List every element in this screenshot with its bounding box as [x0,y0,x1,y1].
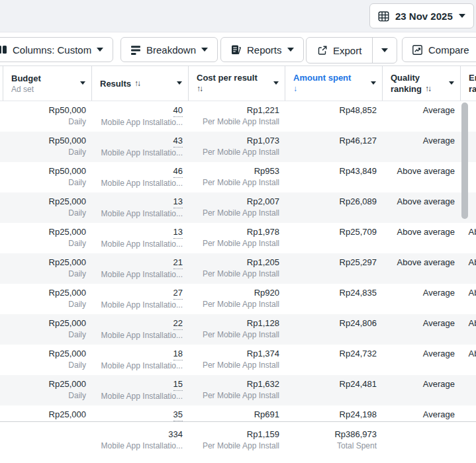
table-row[interactable]: Rp50,000 Daily 46 Mobile App Installatio… [0,162,476,192]
breakdown-icon [130,44,141,55]
results-value[interactable]: 22 [173,317,183,330]
results-value[interactable]: 35 [173,409,183,421]
quality-ranking-cell: Average [382,287,460,314]
column-label-line2: rate ranking [469,83,476,95]
sort-descending-icon[interactable]: ↓ [293,83,296,95]
results-value[interactable]: 18 [173,348,183,360]
chevron-down-icon [97,48,103,52]
results-cell: 22 Mobile App Installatio... [91,317,188,345]
ads-table: Budget Ad set Results ↑↓ Cost per result… [0,65,476,463]
results-cell: 15 Mobile App Installatio... [91,378,188,405]
column-sublabel: Ad set [11,84,75,95]
results-cell: 18 Mobile App Installatio... [91,348,188,375]
totals-results-sublabel: Mobile App Installatio... [91,441,183,452]
cost-per-result-cell: Rp1,221 Per Mobile App Install [188,105,285,132]
chevron-down-icon[interactable] [449,81,454,85]
export-button[interactable]: Export [307,38,372,63]
column-label: Results [100,78,131,89]
results-cell: 40 Mobile App Installatio... [91,105,188,132]
chevron-down-icon[interactable] [177,81,182,85]
compare-button[interactable]: Compare [402,37,476,62]
amount-spent-cell: Rp25,709 [285,226,382,253]
results-cell: 13 Mobile App Installatio... [91,196,188,223]
totals-cost-cell: Rp1,159 Per Mobile App Install [188,429,285,463]
column-label: Engagement [469,72,476,83]
cost-per-result-cell: Rp920 Per Mobile App Install [188,287,285,314]
column-header-results[interactable]: Results ↑↓ [91,66,188,101]
ads-manager-screen: 23 Nov 2025 Columns: Custom [0,0,476,463]
totals-budget-cell [3,429,91,463]
engagement-rate-ranking-cell: Above average [460,257,476,284]
columns-button[interactable]: Columns: Custom [0,37,113,62]
chevron-down-icon[interactable] [273,81,279,85]
results-value[interactable]: 15 [173,378,183,391]
quality-ranking-cell: Average [382,409,460,421]
column-header-budget[interactable]: Budget Ad set [3,66,91,101]
amount-spent-cell: Rp48,852 [285,105,382,132]
date-range-picker[interactable]: 23 Nov 2025 [369,3,474,28]
column-header-cost-per-result[interactable]: Cost per result ↑↓ [188,66,285,101]
totals-quality-cell [382,429,460,463]
table-row[interactable]: Rp25,000 Daily 27 Mobile App Installatio… [0,284,476,314]
chevron-down-icon [459,14,465,18]
amount-spent-cell: Rp25,297 [285,257,382,284]
table-row[interactable]: Rp25,000 Daily 35 Mobile App Installatio… [0,405,476,421]
quality-ranking-cell: Above average [382,165,460,192]
reports-button-label: Reports [247,44,282,56]
engagement-rate-ranking-cell [460,378,476,405]
budget-cell: Rp25,000 Daily [3,226,91,253]
column-header-amount-spent[interactable]: Amount spent ↓ [285,66,382,101]
reports-button[interactable]: Reports [220,37,304,62]
cost-per-result-cell: Rp1,128 Per Mobile App Install [188,317,285,345]
quality-ranking-cell: Average [382,378,460,405]
budget-cell: Rp25,000 Daily [3,378,91,405]
budget-cell: Rp25,000 Daily [3,287,91,314]
column-label: Quality [391,72,420,83]
quality-ranking-cell: Average [382,317,460,345]
export-icon [317,45,328,56]
breakdown-button-label: Breakdown [146,44,196,56]
cost-per-result-cell: Rp1,205 Per Mobile App Install [188,257,285,284]
chevron-down-icon[interactable] [80,81,85,85]
amount-spent-cell: Rp46,127 [285,135,382,162]
chevron-down-icon[interactable] [371,81,376,85]
results-value[interactable]: 21 [173,257,183,269]
results-value[interactable]: 43 [173,135,183,147]
results-value[interactable]: 13 [173,196,183,208]
column-label: Amount spent [293,72,351,83]
table-row[interactable]: Rp25,000 Daily 13 Mobile App Installatio… [0,192,476,223]
table-row[interactable]: Rp25,000 Daily 22 Mobile App Installatio… [0,314,476,345]
results-value[interactable]: 27 [173,287,183,300]
results-cell: 27 Mobile App Installatio... [91,287,188,314]
topbar: 23 Nov 2025 [0,0,476,32]
cost-per-result-cell: Rp2,007 Per Mobile App Install [188,196,285,223]
vertical-scrollbar-thumb[interactable] [461,103,468,219]
amount-spent-cell: Rp26,089 [285,196,382,223]
table-row[interactable]: Rp25,000 Daily 15 Mobile App Installatio… [0,375,476,405]
results-value[interactable]: 40 [173,105,183,117]
amount-spent-cell: Rp24,732 [285,348,382,375]
sort-icon[interactable]: ↑↓ [197,83,202,95]
table-row[interactable]: Rp25,000 Daily 18 Mobile App Installatio… [0,345,476,375]
amount-spent-cell: Rp24,198 [285,409,382,421]
cost-per-result-cell: Rp1,978 Per Mobile App Install [188,226,285,253]
column-header-quality-ranking[interactable]: Quality ranking ↑↓ [382,66,460,101]
totals-results-cell: 334 Mobile App Installatio... [91,429,188,463]
export-button-label: Export [333,45,361,56]
results-value[interactable]: 13 [173,226,183,239]
chevron-down-icon [381,48,388,52]
table-row[interactable]: Rp25,000 Daily 21 Mobile App Installatio… [0,253,476,284]
engagement-rate-ranking-cell: Above average [460,317,476,345]
budget-cell: Rp25,000 Daily [3,257,91,284]
results-cell: 35 Mobile App Installatio... [91,409,188,421]
breakdown-button[interactable]: Breakdown [120,37,218,62]
sort-icon[interactable]: ↑↓ [425,83,430,95]
export-menu-button[interactable] [372,38,397,63]
column-header-engagement-rate-ranking[interactable]: Engagement rate ranking ↑↓ [460,66,476,101]
sort-icon[interactable]: ↑↓ [134,78,140,89]
table-row[interactable]: Rp50,000 Daily 40 Mobile App Installatio… [0,101,476,132]
chevron-down-icon [287,48,294,52]
results-value[interactable]: 46 [173,165,183,178]
table-row[interactable]: Rp50,000 Daily 43 Mobile App Installatio… [0,132,476,162]
table-row[interactable]: Rp25,000 Daily 13 Mobile App Installatio… [0,223,476,253]
